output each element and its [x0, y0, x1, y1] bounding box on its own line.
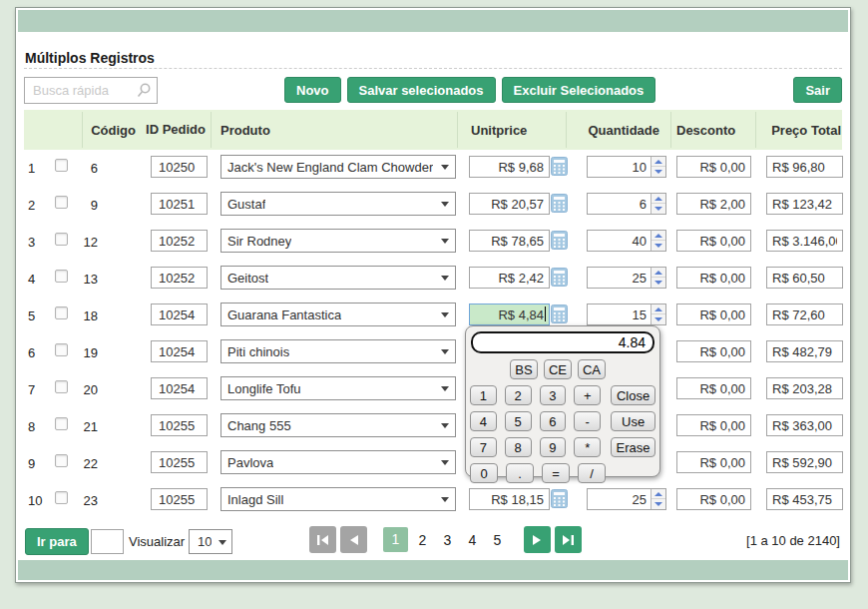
unitprice-input[interactable]	[469, 267, 550, 289]
header-desconto[interactable]: Desconto	[676, 110, 735, 150]
calc-use-button[interactable]: Use	[611, 411, 655, 431]
preco-total-input[interactable]	[766, 230, 843, 252]
prev-page-button[interactable]	[340, 526, 367, 553]
desconto-input[interactable]	[676, 193, 751, 215]
pedido-input[interactable]	[151, 340, 208, 362]
page-number-3[interactable]: 3	[437, 532, 458, 548]
desconto-input[interactable]	[676, 340, 751, 362]
spin-down-icon[interactable]	[651, 204, 665, 214]
desconto-input[interactable]	[676, 230, 751, 252]
pedido-input[interactable]	[151, 304, 208, 325]
pedido-input[interactable]	[151, 156, 208, 178]
produto-select[interactable]: Gustaf	[220, 192, 456, 216]
next-page-button[interactable]	[524, 526, 551, 553]
desconto-input[interactable]	[676, 267, 751, 289]
produto-select[interactable]: Geitost	[220, 266, 456, 290]
produto-select[interactable]: Jack's New England Clam Chowder	[220, 155, 456, 179]
produto-select[interactable]: Piti chinois	[220, 339, 456, 363]
calc-key-divide[interactable]: /	[578, 463, 606, 483]
calc-key-1[interactable]: 1	[470, 385, 497, 405]
goto-page-input[interactable]	[91, 529, 124, 554]
page-number-2[interactable]: 2	[412, 532, 433, 548]
spin-up-icon[interactable]	[651, 157, 665, 167]
pedido-input[interactable]	[151, 488, 208, 510]
header-unitprice[interactable]: Unitprice	[471, 110, 527, 150]
first-page-button[interactable]	[309, 526, 336, 553]
exit-button[interactable]: Sair	[793, 77, 842, 103]
calc-key-4[interactable]: 4	[470, 411, 497, 431]
calc-key-6[interactable]: 6	[540, 411, 567, 431]
desconto-input[interactable]	[676, 451, 751, 473]
goto-page-button[interactable]: Ir para	[25, 528, 89, 555]
desconto-input[interactable]	[676, 156, 751, 178]
calculator-icon[interactable]	[551, 268, 568, 287]
page-size-select[interactable]: 10	[189, 529, 232, 554]
last-page-button[interactable]	[555, 526, 582, 553]
header-codigo[interactable]: Código	[64, 110, 136, 150]
calc-key-2[interactable]: 2	[505, 385, 532, 405]
calc-key-9[interactable]: 9	[540, 437, 567, 457]
preco-total-input[interactable]	[766, 414, 843, 436]
header-preco-total[interactable]: Preço Total	[758, 110, 841, 150]
quantidade-input[interactable]	[588, 194, 651, 214]
calc-key-ca[interactable]: CA	[578, 359, 606, 379]
preco-total-input[interactable]	[766, 304, 843, 325]
page-number-4[interactable]: 4	[462, 532, 483, 548]
calc-key-multiply[interactable]: *	[574, 437, 601, 457]
unitprice-input[interactable]	[469, 488, 550, 510]
calc-key-equals[interactable]: =	[542, 463, 570, 483]
spin-down-icon[interactable]	[651, 499, 665, 509]
quantidade-input[interactable]	[588, 157, 651, 177]
calc-key-3[interactable]: 3	[540, 385, 567, 405]
page-number-5[interactable]: 5	[487, 532, 508, 548]
spin-up-icon[interactable]	[651, 194, 665, 204]
pedido-input[interactable]	[151, 230, 208, 252]
quantidade-input[interactable]	[588, 489, 651, 509]
pedido-input[interactable]	[151, 414, 208, 436]
unitprice-input[interactable]	[469, 230, 550, 252]
desconto-input[interactable]	[676, 304, 751, 325]
save-selected-button[interactable]: Salvar selecionados	[347, 77, 496, 103]
calculator-icon[interactable]	[551, 231, 568, 250]
produto-select[interactable]: Inlagd Sill	[220, 487, 456, 511]
spin-up-icon[interactable]	[651, 304, 665, 314]
calc-erase-button[interactable]: Erase	[611, 437, 655, 457]
spin-down-icon[interactable]	[651, 314, 665, 324]
quantidade-input[interactable]	[588, 304, 651, 324]
spin-down-icon[interactable]	[651, 278, 665, 288]
produto-select[interactable]: Sir Rodney	[220, 229, 456, 253]
calc-key-0[interactable]: 0	[470, 463, 498, 483]
desconto-input[interactable]	[676, 377, 751, 399]
desconto-input[interactable]	[676, 488, 751, 510]
unitprice-input[interactable]	[469, 193, 550, 215]
delete-selected-button[interactable]: Excluir Selecionados	[502, 77, 656, 103]
pedido-input[interactable]	[151, 451, 208, 473]
spin-up-icon[interactable]	[651, 268, 665, 278]
pedido-input[interactable]	[151, 377, 208, 399]
produto-select[interactable]: Guarana Fantastica	[220, 303, 456, 326]
calc-key-7[interactable]: 7	[470, 437, 497, 457]
pedido-input[interactable]	[151, 193, 208, 215]
calc-key-dot[interactable]: .	[506, 463, 534, 483]
unitprice-input[interactable]	[469, 156, 550, 178]
calculator-icon[interactable]	[551, 157, 568, 176]
produto-select[interactable]: Chang 555	[220, 413, 456, 437]
calc-key-5[interactable]: 5	[505, 411, 532, 431]
quantidade-input[interactable]	[588, 231, 651, 251]
produto-select[interactable]: Longlife Tofu	[220, 376, 456, 400]
pedido-input[interactable]	[151, 267, 208, 289]
calc-key-bs[interactable]: BS	[510, 359, 538, 379]
preco-total-input[interactable]	[766, 267, 843, 289]
calculator-display[interactable]: 4.84	[471, 331, 654, 353]
calculator-icon[interactable]	[551, 304, 568, 323]
calc-key-plus[interactable]: +	[574, 385, 601, 405]
preco-total-input[interactable]	[766, 340, 843, 362]
spin-up-icon[interactable]	[651, 231, 665, 241]
calc-key-minus[interactable]: -	[574, 411, 601, 431]
page-number-1[interactable]: 1	[383, 527, 408, 552]
header-id-pedido[interactable]: ID Pedido	[146, 110, 206, 150]
preco-total-input[interactable]	[766, 193, 843, 215]
new-button[interactable]: Novo	[284, 77, 341, 103]
header-produto[interactable]: Produto	[220, 110, 270, 150]
spin-down-icon[interactable]	[651, 241, 665, 251]
